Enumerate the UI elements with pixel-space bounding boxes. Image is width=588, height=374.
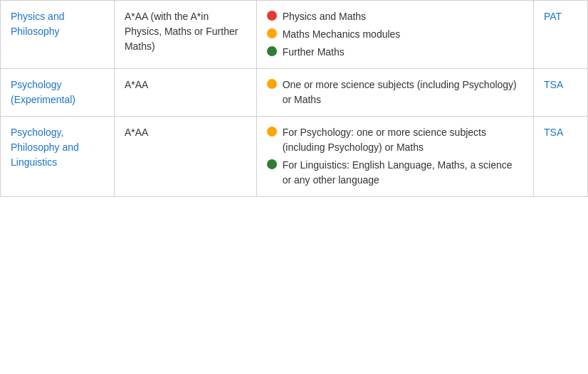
subject-item: Physics and Maths	[267, 9, 523, 24]
grade-value: A*AA	[125, 79, 148, 90]
grade-value: A*AA (with the A*in Physics, Maths or Fu…	[125, 11, 238, 52]
subject-text: Further Maths	[283, 45, 523, 60]
green-dot-icon	[267, 46, 277, 56]
grade-cell: A*AA	[114, 117, 256, 197]
subject-text: Maths Mechanics modules	[283, 27, 523, 42]
subject-item: Maths Mechanics modules	[267, 27, 523, 42]
subjects-cell: Physics and MathsMaths Mechanics modules…	[256, 1, 533, 69]
test-code-cell: TSA	[534, 117, 588, 197]
red-dot-icon	[267, 11, 277, 21]
test-code-cell: TSA	[534, 69, 588, 117]
table-row: Psychology (Experimental)A*AAOne or more…	[1, 69, 588, 117]
subjects-cell: One or more science subjects (including …	[256, 69, 533, 117]
course-name-cell: Psychology (Experimental)	[1, 69, 115, 117]
table-row: Physics and PhilosophyA*AA (with the A*i…	[1, 1, 588, 69]
subject-text: For Linguistics: English Language, Maths…	[283, 158, 523, 188]
subject-text: One or more science subjects (including …	[283, 78, 523, 107]
course-name: Psychology, Philosophy and Linguistics	[11, 127, 79, 168]
subject-text: Physics and Maths	[283, 9, 523, 24]
course-name: Psychology (Experimental)	[11, 79, 75, 105]
test-code[interactable]: PAT	[544, 11, 562, 22]
course-name: Physics and Philosophy	[11, 11, 64, 37]
subject-item: Further Maths	[267, 45, 523, 60]
subject-item: One or more science subjects (including …	[267, 78, 523, 107]
test-code[interactable]: TSA	[544, 127, 563, 138]
subject-item: For Linguistics: English Language, Maths…	[267, 158, 523, 188]
orange-dot-icon	[267, 79, 277, 89]
test-code-cell: PAT	[534, 1, 588, 69]
test-code[interactable]: TSA	[544, 79, 563, 90]
subjects-cell: For Psychology: one or more science subj…	[256, 117, 533, 197]
courses-table: Physics and PhilosophyA*AA (with the A*i…	[0, 0, 588, 197]
green-dot-icon	[267, 159, 277, 169]
course-name-cell: Physics and Philosophy	[1, 1, 115, 69]
grade-value: A*AA	[125, 127, 148, 138]
course-name-cell: Psychology, Philosophy and Linguistics	[1, 117, 115, 197]
table-row: Psychology, Philosophy and LinguisticsA*…	[1, 117, 588, 197]
orange-dot-icon	[267, 127, 277, 137]
grade-cell: A*AA	[114, 69, 256, 117]
orange-dot-icon	[267, 28, 277, 38]
subject-item: For Psychology: one or more science subj…	[267, 125, 523, 155]
subject-text: For Psychology: one or more science subj…	[283, 125, 523, 155]
grade-cell: A*AA (with the A*in Physics, Maths or Fu…	[114, 1, 256, 69]
